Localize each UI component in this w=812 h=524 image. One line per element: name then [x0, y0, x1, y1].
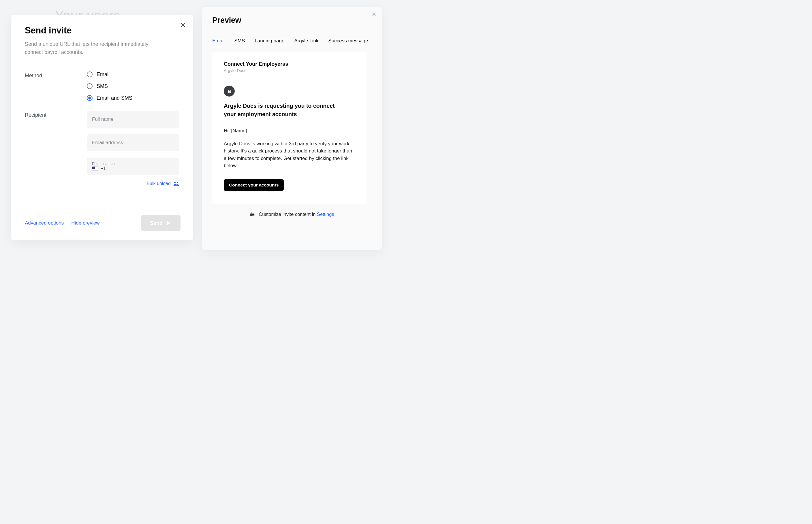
- email-body: Argyle Docs is working with a 3rd party …: [224, 140, 354, 169]
- modal-subtitle: Send a unique URL that lets the recipien…: [25, 40, 160, 56]
- svg-point-7: [251, 213, 252, 214]
- hide-preview-link[interactable]: Hide preview: [71, 220, 99, 226]
- radio-label: Email and SMS: [97, 95, 132, 101]
- radio-icon: [87, 83, 93, 89]
- radio-icon: [87, 71, 93, 77]
- bulk-upload-link[interactable]: Bulk upload: [87, 180, 179, 187]
- send-button[interactable]: Send: [141, 215, 180, 231]
- close-icon[interactable]: [180, 22, 186, 28]
- tab-success[interactable]: Success message: [328, 38, 368, 44]
- tab-landing[interactable]: Landing page: [255, 38, 284, 44]
- method-row: Method Email SMS Email and SMS: [25, 71, 180, 101]
- modal-title: Send invite: [25, 26, 180, 36]
- preview-title: Preview: [212, 16, 371, 25]
- email-greeting: Hi, [Name]: [224, 128, 355, 134]
- email-input[interactable]: [87, 134, 179, 151]
- people-icon: [173, 180, 179, 187]
- method-radio-email[interactable]: Email: [87, 71, 180, 78]
- method-label: Method: [25, 71, 87, 101]
- recipient-label: Recipient: [25, 111, 87, 187]
- flag-us-icon: [92, 166, 98, 170]
- svg-point-9: [253, 214, 254, 215]
- advanced-options-link[interactable]: Advanced options: [25, 220, 64, 226]
- preview-tabs: Email SMS Landing page Argyle Link Succe…: [212, 38, 371, 44]
- preview-panel: Preview Email SMS Landing page Argyle Li…: [202, 6, 382, 250]
- svg-point-3: [177, 182, 178, 183]
- modal-overlay: Send invite Send a unique URL that lets …: [0, 0, 812, 524]
- connect-accounts-button[interactable]: Connect your accounts: [224, 179, 284, 191]
- method-radio-both[interactable]: Email and SMS: [87, 95, 180, 101]
- svg-point-11: [250, 215, 251, 216]
- send-button-label: Send: [150, 220, 163, 226]
- settings-link[interactable]: Settings: [317, 212, 334, 217]
- tab-email[interactable]: Email: [212, 38, 225, 44]
- email-sender: Argyle Docs: [224, 68, 355, 73]
- send-invite-modal: Send invite Send a unique URL that lets …: [11, 15, 193, 240]
- full-name-field[interactable]: [92, 116, 174, 122]
- email-preview-card: Connect Your Employerss Argyle Docs a Ar…: [212, 52, 367, 204]
- email-field[interactable]: [92, 140, 174, 146]
- tab-sms[interactable]: SMS: [234, 38, 245, 44]
- phone-micro-label: Phone number: [92, 162, 174, 166]
- send-icon: [165, 220, 172, 226]
- sliders-icon: [249, 212, 255, 217]
- recipient-row: Recipient Phone number +1 Bulk upload: [25, 111, 180, 187]
- full-name-input[interactable]: [87, 111, 179, 128]
- radio-icon: [87, 95, 93, 101]
- method-radio-sms[interactable]: SMS: [87, 83, 180, 89]
- close-icon[interactable]: [371, 12, 377, 17]
- radio-label: SMS: [97, 83, 108, 89]
- customize-text: Customize invite content in: [259, 212, 317, 217]
- phone-dial-code: +1: [101, 166, 106, 171]
- phone-input[interactable]: Phone number +1: [87, 158, 179, 175]
- bulk-upload-label: Bulk upload: [146, 181, 171, 186]
- radio-label: Email: [97, 71, 110, 78]
- svg-point-2: [174, 182, 176, 183]
- tab-argyle-link[interactable]: Argyle Link: [294, 38, 318, 44]
- brand-logo-icon: a: [224, 86, 235, 97]
- email-heading: Argyle Docs is requesting you to connect…: [224, 102, 348, 119]
- email-subject: Connect Your Employerss: [224, 61, 355, 67]
